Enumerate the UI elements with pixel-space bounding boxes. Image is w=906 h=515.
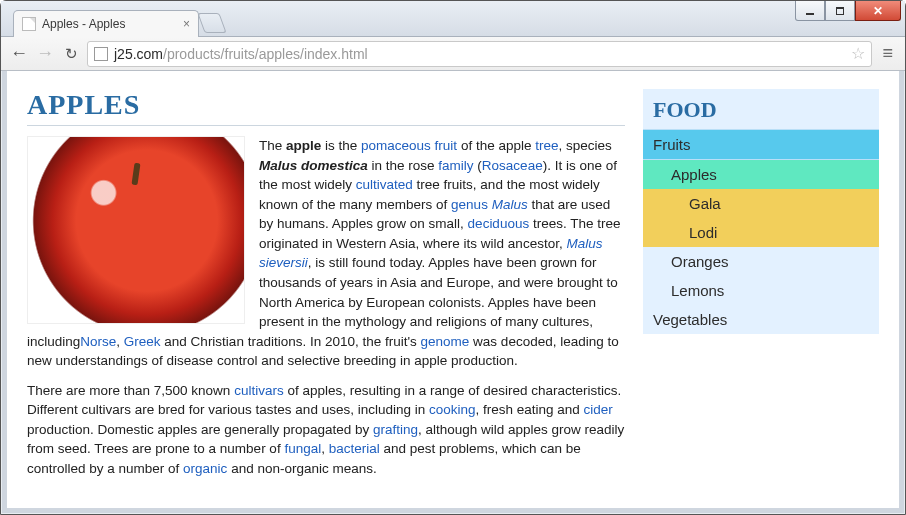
sidebar-heading: FOOD — [643, 89, 879, 129]
page-favicon-icon — [22, 17, 36, 31]
paragraph-2: There are more than 7,500 known cultivar… — [27, 381, 625, 479]
sidebar-item-lemons[interactable]: Lemons — [643, 276, 879, 305]
link-norse[interactable]: Norse — [80, 334, 116, 349]
link-deciduous[interactable]: deciduous — [468, 216, 530, 231]
link-bacterial[interactable]: bacterial — [329, 441, 380, 456]
address-bar[interactable]: j25.com/products/fruits/apples/index.htm… — [87, 41, 872, 67]
link-cultivated[interactable]: cultivated — [356, 177, 413, 192]
tab-close-icon[interactable]: × — [183, 17, 190, 31]
link-fungal[interactable]: fungal — [284, 441, 321, 456]
reload-button[interactable]: ↻ — [61, 45, 81, 63]
sidebar-item-gala[interactable]: Gala — [643, 189, 879, 218]
article-body: The apple is the pomaceous fruit of the … — [27, 136, 625, 479]
link-tree[interactable]: tree — [535, 138, 558, 153]
page-viewport: APPLES The apple is the pomaceous fruit … — [7, 71, 899, 508]
link-pomaceous-fruit[interactable]: pomaceous fruit — [361, 138, 457, 153]
site-info-icon[interactable] — [94, 47, 108, 61]
link-genus[interactable]: genus — [451, 197, 488, 212]
chrome-menu-icon[interactable]: ≡ — [878, 43, 897, 64]
sidebar-item-apples[interactable]: Apples — [643, 160, 879, 189]
url-path: /products/fruits/apples/index.html — [163, 46, 368, 62]
link-cider[interactable]: cider — [584, 402, 613, 417]
link-cultivars[interactable]: cultivars — [234, 383, 284, 398]
link-rosaceae[interactable]: Rosaceae — [482, 158, 543, 173]
page-title: APPLES — [27, 89, 625, 126]
forward-button[interactable]: → — [35, 43, 55, 64]
window-close-button[interactable]: ✕ — [855, 1, 901, 21]
link-genome[interactable]: genome — [421, 334, 470, 349]
url-host: j25.com — [114, 46, 163, 62]
link-family[interactable]: family — [438, 158, 473, 173]
window-buttons: ✕ — [795, 1, 901, 23]
link-greek[interactable]: Greek — [124, 334, 161, 349]
back-button[interactable]: ← — [9, 43, 29, 64]
bookmark-star-icon[interactable]: ☆ — [851, 44, 865, 63]
browser-toolbar: ← → ↻ j25.com/products/fruits/apples/ind… — [1, 37, 905, 71]
sidebar-item-fruits[interactable]: Fruits — [643, 129, 879, 160]
link-malus[interactable]: Malus — [492, 197, 528, 212]
sidebar-item-oranges[interactable]: Oranges — [643, 247, 879, 276]
tab-title: Apples - Apples — [42, 17, 125, 31]
link-organic[interactable]: organic — [183, 461, 227, 476]
apple-image — [27, 136, 245, 324]
category-sidebar: FOOD FruitsApplesGalaLodiOrangesLemonsVe… — [643, 89, 879, 334]
sidebar-item-lodi[interactable]: Lodi — [643, 218, 879, 247]
window-minimize-button[interactable] — [795, 1, 825, 21]
browser-window: Apples - Apples × ✕ ← → ↻ j25.com/produc… — [0, 0, 906, 515]
sidebar-item-vegetables[interactable]: Vegetables — [643, 305, 879, 334]
browser-tab[interactable]: Apples - Apples × — [13, 10, 199, 37]
link-cooking[interactable]: cooking — [429, 402, 476, 417]
main-content: APPLES The apple is the pomaceous fruit … — [27, 89, 625, 490]
window-maximize-button[interactable] — [825, 1, 855, 21]
window-titlebar[interactable]: Apples - Apples × ✕ — [1, 1, 905, 37]
new-tab-button[interactable] — [197, 13, 226, 33]
link-grafting[interactable]: grafting — [373, 422, 418, 437]
